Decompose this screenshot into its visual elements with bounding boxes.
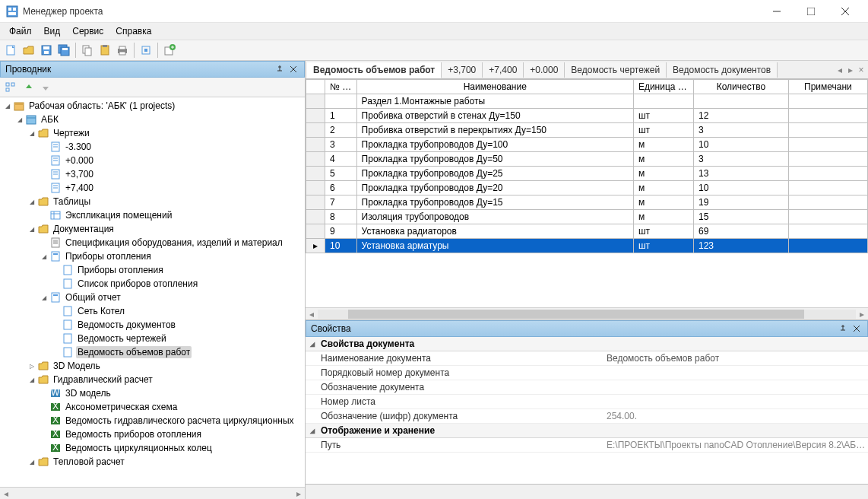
row-header[interactable] [306,195,325,210]
scroll-left-icon[interactable]: ◂ [0,488,12,499]
table-cell[interactable] [788,195,867,210]
table-cell[interactable] [788,167,867,181]
table-cell[interactable]: Пробивка отверстий в перекрытиях Ду=150 [356,123,633,138]
table-cell[interactable] [788,123,867,138]
table-cell[interactable]: 3 [693,152,788,167]
chevron-down-icon[interactable]: ◢ [3,101,12,110]
chevron-down-icon[interactable]: ◢ [40,252,49,261]
close-icon[interactable] [851,323,863,335]
chevron-down-icon[interactable]: ◢ [310,427,318,434]
table-cell[interactable]: 1 [325,109,356,123]
tab[interactable]: +7,400 [483,62,524,78]
row-header[interactable] [306,224,325,239]
table-cell[interactable]: Установка радиаторов [356,224,633,239]
tree-table-item[interactable]: Экспликация помещений [3,208,305,222]
row-header[interactable] [306,123,325,138]
toolbar-copy[interactable] [79,42,96,59]
table-cell[interactable]: м [633,152,693,167]
table-cell[interactable]: Прокладка трубопроводов Ду=100 [356,138,633,152]
table-cell[interactable]: 12 [693,109,788,123]
tree-3d-model[interactable]: ▷ 3D Модель [3,359,305,373]
table-row[interactable]: 8Изоляция трубопроводовм15 [306,210,868,224]
table-cell[interactable] [788,94,867,109]
tab-nav-left-icon[interactable]: ◂ [835,65,845,75]
scroll-right-icon[interactable]: ▸ [856,309,868,319]
table-cell[interactable] [788,152,867,167]
table-cell[interactable]: 3 [693,123,788,138]
table-row[interactable]: 1Пробивка отверстий в стенах Ду=150шт12 [306,109,868,123]
table-cell[interactable] [788,224,867,239]
table-cell[interactable]: 15 [693,210,788,224]
table-cell[interactable]: Пробивка отверстий в стенах Ду=150 [356,109,633,123]
toolbar-print[interactable] [114,42,131,59]
chevron-down-icon[interactable]: ◢ [27,129,36,138]
table-cell[interactable]: шт [633,239,693,253]
table-cell[interactable]: Изоляция трубопроводов [356,210,633,224]
pin-icon[interactable] [274,63,286,75]
toolbar-save[interactable] [38,42,55,59]
property-section[interactable]: ◢Отображение и хранение [306,424,868,438]
tab-nav-right-icon[interactable]: ▸ [845,65,856,75]
tree-report-item[interactable]: Ведомость чертежей [3,332,305,345]
tree-heating-device-item[interactable]: Приборы отопления [3,263,305,277]
chevron-down-icon[interactable]: ◢ [40,293,49,302]
explorer-tb-down[interactable] [38,80,53,95]
tab[interactable]: +0.000 [524,62,565,78]
menu-help[interactable]: Справка [109,24,157,38]
table-cell[interactable]: 2 [325,123,356,138]
table-cell[interactable]: Прокладка трубопроводов Ду=25 [356,167,633,181]
row-header[interactable] [306,138,325,152]
row-header[interactable]: ▸ [306,239,325,253]
table-cell[interactable]: м [633,210,693,224]
table-cell[interactable]: Прокладка трубопроводов Ду=20 [356,181,633,195]
chevron-down-icon[interactable]: ◢ [27,375,36,384]
table-cell[interactable] [788,210,867,224]
table-cell[interactable]: Установка арматуры [356,239,633,253]
property-section[interactable]: ◢Свойства документа [306,337,868,351]
table-cell[interactable]: м [633,138,693,152]
table-cell[interactable]: Раздел 1.Монтажные работы [356,94,633,109]
tree-tables[interactable]: ◢ Таблицы [3,195,305,208]
tree-hydr-item[interactable]: XАксонометрическая схема [3,400,305,414]
table-cell[interactable]: 19 [693,195,788,210]
table-cell[interactable] [633,94,693,109]
toolbar-open[interactable] [21,42,37,59]
table-cell[interactable]: 4 [325,152,356,167]
table-row[interactable]: 3Прокладка трубопроводов Ду=100м10 [306,138,868,152]
table-cell[interactable]: шт [633,224,693,239]
property-row[interactable]: Порядковый номер документа [306,366,868,380]
tree-hydr-item[interactable]: XВедомость приборов отопления [3,427,305,441]
maximize-button[interactable] [794,0,828,23]
table-cell[interactable] [788,239,867,253]
row-header[interactable] [306,94,325,109]
table-row[interactable]: 2Пробивка отверстий в перекрытиях Ду=150… [306,123,868,138]
grid-col-header[interactable]: Единица измерения [633,80,693,94]
close-button[interactable] [828,0,862,23]
grid-col-header[interactable]: Количество [693,80,788,94]
table-cell[interactable] [788,138,867,152]
grid-body[interactable]: № п/п Наименование Единица измерения Кол… [306,79,868,307]
explorer-hscroll[interactable]: ◂ ▸ [0,487,305,499]
table-cell[interactable]: м [633,181,693,195]
menu-file[interactable]: Файл [3,24,38,38]
tree-drawing-item[interactable]: +0.000 [3,154,305,167]
table-cell[interactable]: шт [633,123,693,138]
row-header[interactable] [306,109,325,123]
tree-drawing-item[interactable]: +3,700 [3,167,305,181]
tree-report-item-selected[interactable]: Ведомость объемов работ [3,345,305,359]
tree-heating-device-item[interactable]: Список приборов отопления [3,277,305,291]
chevron-down-icon[interactable]: ◢ [27,197,36,206]
pin-icon[interactable] [837,323,849,335]
table-row[interactable]: 4Прокладка трубопроводов Ду=50м3 [306,152,868,167]
minimize-button[interactable] [759,0,794,23]
tree-general-report[interactable]: ◢ Общий отчет [3,291,305,304]
property-row[interactable]: Наименование документаВедомость объемов … [306,351,868,366]
table-cell[interactable]: м [633,195,693,210]
chevron-down-icon[interactable]: ◢ [310,341,318,348]
grid-hscroll[interactable]: ◂ ▸ [306,307,868,319]
property-row[interactable]: Номер листа [306,395,868,409]
table-cell[interactable]: Прокладка трубопроводов Ду=50 [356,152,633,167]
properties-body[interactable]: ◢Свойства документа Наименование докумен… [306,337,868,484]
table-cell[interactable]: Прокладка трубопроводов Ду=15 [356,195,633,210]
toolbar-new[interactable] [3,42,20,59]
